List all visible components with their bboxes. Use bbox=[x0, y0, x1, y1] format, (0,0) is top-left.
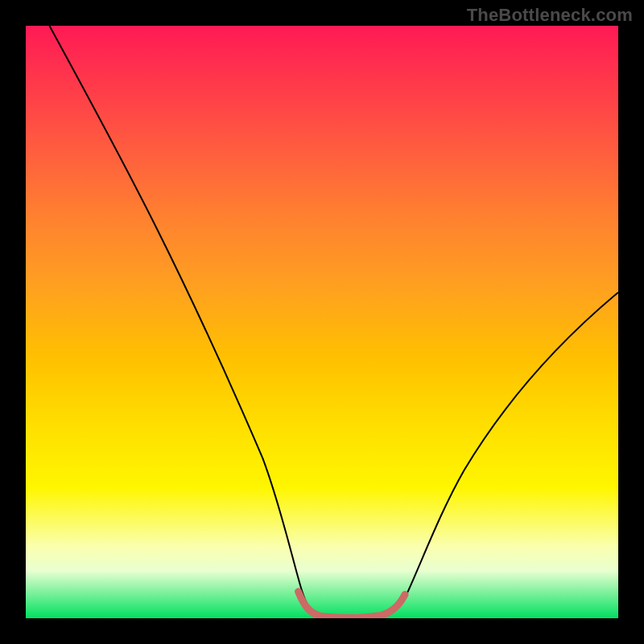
optimal-zone-curve bbox=[299, 592, 405, 617]
chart-frame: TheBottleneck.com bbox=[0, 0, 644, 644]
chart-plot-area bbox=[26, 26, 618, 618]
chart-svg bbox=[26, 26, 618, 618]
watermark-text: TheBottleneck.com bbox=[467, 5, 633, 26]
bottleneck-curve bbox=[49, 26, 618, 617]
